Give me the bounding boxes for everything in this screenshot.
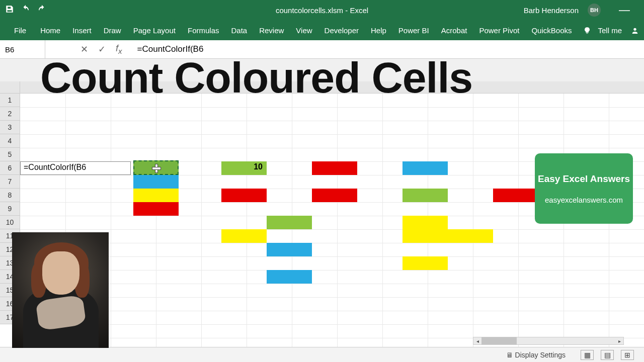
normal-view-icon[interactable]: ▦: [581, 350, 594, 360]
select-all-corner[interactable]: [0, 81, 20, 94]
tab-powerbi[interactable]: Power BI: [393, 23, 434, 38]
colored-cell[interactable]: [133, 189, 179, 202]
colored-cell[interactable]: 10: [221, 161, 267, 175]
window-title: countcolorcells.xlsm - Excel: [276, 6, 368, 15]
tab-page-layout[interactable]: Page Layout: [128, 23, 181, 38]
tab-view[interactable]: View: [291, 23, 317, 38]
tab-file[interactable]: File: [9, 23, 31, 38]
cell-a6-editing[interactable]: =CountColorIf(B6: [20, 161, 131, 175]
promo-url: easyexcelanswers.com: [545, 196, 623, 204]
row-header[interactable]: 1: [0, 94, 20, 107]
colored-cell[interactable]: [403, 216, 448, 229]
cursor-plus-icon: [152, 164, 160, 172]
tell-me-search[interactable]: Tell me: [593, 23, 627, 38]
tab-data[interactable]: Data: [226, 23, 252, 38]
cell-b6-selected[interactable]: [133, 160, 179, 175]
colored-cell[interactable]: [221, 229, 267, 243]
promo-title: Easy Excel Answers: [538, 173, 630, 185]
tab-quickbooks[interactable]: QuickBooks: [526, 23, 577, 38]
row-header[interactable]: 9: [0, 202, 20, 216]
user-name: Barb Henderson: [524, 6, 579, 15]
row-header[interactable]: 10: [0, 216, 20, 229]
colored-cell[interactable]: [267, 270, 312, 284]
colored-cell[interactable]: [403, 256, 448, 270]
promo-card: Easy Excel Answers easyexcelanswers.com: [535, 153, 633, 224]
row-header[interactable]: 7: [0, 175, 20, 189]
colored-cell[interactable]: [448, 229, 493, 243]
scroll-right-icon[interactable]: ▸: [615, 337, 623, 344]
presenter-portrait: [12, 232, 109, 348]
scrollbar-thumb[interactable]: [481, 337, 517, 344]
tab-developer[interactable]: Developer: [319, 23, 364, 38]
video-title-overlay: Count Coloured Cells: [40, 53, 472, 103]
name-box[interactable]: B6: [0, 40, 45, 58]
colored-cell[interactable]: [312, 189, 357, 202]
lightbulb-icon[interactable]: [583, 26, 591, 35]
tab-home[interactable]: Home: [35, 23, 65, 38]
redo-icon[interactable]: [37, 5, 46, 16]
title-bar: countcolorcells.xlsm - Excel Barb Hender…: [0, 0, 644, 20]
quick-access-toolbar: [5, 5, 46, 16]
user-avatar[interactable]: BH: [588, 4, 601, 17]
colored-cell[interactable]: [221, 189, 267, 202]
tab-draw[interactable]: Draw: [99, 23, 126, 38]
view-buttons: ▦ ▤ ⊞: [581, 350, 634, 360]
horizontal-scrollbar[interactable]: ◂ ▸: [473, 337, 624, 345]
row-header[interactable]: 8: [0, 189, 20, 202]
colored-cell[interactable]: [493, 189, 538, 202]
minimize-icon[interactable]: —: [619, 4, 630, 17]
tab-acrobat[interactable]: Acrobat: [436, 23, 472, 38]
colored-cell[interactable]: [312, 161, 357, 175]
ribbon-tabs: File Home Insert Draw Page Layout Formul…: [0, 20, 644, 40]
tab-review[interactable]: Review: [254, 23, 289, 38]
colored-cell[interactable]: [267, 243, 312, 256]
share-icon[interactable]: [631, 26, 639, 35]
tab-help[interactable]: Help: [366, 23, 391, 38]
tab-powerpivot[interactable]: Power Pivot: [474, 23, 524, 38]
colored-cell[interactable]: [267, 216, 312, 229]
row-header[interactable]: 2: [0, 107, 20, 121]
row-header[interactable]: 3: [0, 121, 20, 134]
colored-cell[interactable]: [133, 175, 179, 189]
colored-cell[interactable]: [133, 202, 179, 216]
status-bar: 🖥 Display Settings ▦ ▤ ⊞: [0, 347, 644, 362]
page-break-view-icon[interactable]: ⊞: [621, 350, 634, 360]
colored-cell[interactable]: [403, 229, 448, 243]
save-icon[interactable]: [5, 5, 14, 16]
colored-cell[interactable]: [403, 161, 448, 175]
colored-cell[interactable]: [403, 189, 448, 202]
page-layout-view-icon[interactable]: ▤: [601, 350, 614, 360]
tab-insert[interactable]: Insert: [67, 23, 97, 38]
display-settings-button[interactable]: 🖥 Display Settings: [506, 351, 566, 359]
tab-formulas[interactable]: Formulas: [183, 23, 224, 38]
row-header[interactable]: 4: [0, 134, 20, 148]
scroll-left-icon[interactable]: ◂: [473, 337, 481, 344]
undo-icon[interactable]: [21, 5, 30, 16]
svg-point-3: [633, 28, 636, 31]
row-header[interactable]: 5: [0, 148, 20, 161]
row-header[interactable]: 6: [0, 161, 20, 175]
